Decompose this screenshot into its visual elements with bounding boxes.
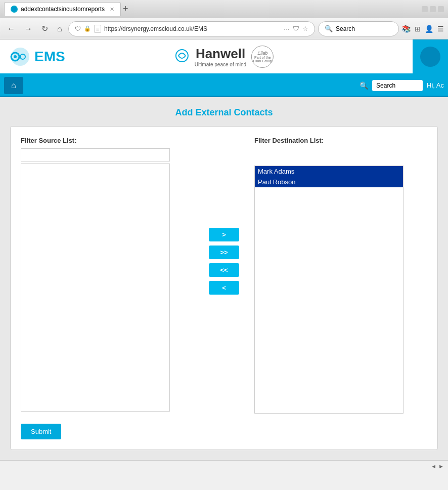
close-button[interactable]: [438, 6, 444, 12]
user-avatar[interactable]: [413, 39, 448, 73]
ems-logo-text: EMS: [34, 49, 65, 65]
submit-area: Submit: [21, 424, 427, 439]
move-all-right-button[interactable]: >>: [209, 246, 239, 259]
home-nav-button[interactable]: ⌂: [54, 22, 65, 35]
bookmark-icon[interactable]: ☆: [302, 25, 308, 32]
nav-greeting: Hi, Ac: [427, 81, 444, 89]
nav-bar: ⌂ 🔍 Hi, Ac: [0, 75, 448, 97]
ellab-group-text: Ellab Group: [253, 59, 272, 63]
ellab-logo-text: Ellab: [257, 51, 267, 56]
home-button[interactable]: ⌂: [4, 77, 23, 94]
tab-close-button[interactable]: ✕: [110, 6, 114, 13]
browser-search-box[interactable]: 🔍: [318, 21, 399, 36]
svg-point-0: [12, 7, 17, 12]
minimize-button[interactable]: [422, 6, 428, 12]
tabs-icon[interactable]: ⊞: [415, 25, 421, 33]
page-title: Add External Contacts: [10, 107, 438, 118]
nav-search-icon: 🔍: [360, 81, 368, 90]
destination-list-section: Filter Destination List: Mark Adams Paul…: [254, 137, 427, 414]
hanwell-logo: Hanwell Ultimate peace of mind Ellab Par…: [174, 46, 274, 68]
avatar-image: [420, 47, 440, 67]
nav-search-input[interactable]: [372, 80, 423, 91]
hanwell-icon: [174, 48, 190, 63]
new-tab-button[interactable]: +: [123, 4, 128, 14]
destination-list-label: Filter Destination List:: [254, 137, 427, 144]
ellab-badge: Ellab Part of the Ellab Group: [251, 46, 274, 68]
url-display: https://drsynergy.emscloud.co.uk/EMS: [104, 25, 281, 32]
ems-logo: EMS: [10, 47, 65, 67]
destination-list-box[interactable]: Mark Adams Paul Robson: [254, 166, 404, 414]
browser-toolbar-icons: 📚 ⊞ 👤 ☰: [402, 25, 444, 33]
bookmarks-icon[interactable]: 📚: [402, 25, 411, 33]
back-button[interactable]: ←: [4, 22, 18, 35]
refresh-button[interactable]: ↻: [38, 22, 51, 35]
source-filter-input[interactable]: [21, 148, 170, 161]
page-content: Add External Contacts Filter Source List…: [0, 97, 448, 460]
list-item[interactable]: Paul Robson: [255, 177, 403, 187]
lists-container: Filter Source List: > >> << < Filter Des…: [21, 137, 427, 414]
browser-search-input[interactable]: [336, 25, 386, 32]
account-icon[interactable]: 👤: [425, 25, 433, 33]
move-all-left-button[interactable]: <<: [209, 263, 239, 277]
source-list-section: Filter Source List:: [21, 137, 194, 412]
scroll-right-arrow[interactable]: ►: [438, 463, 444, 469]
menu-icon[interactable]: ☰: [437, 25, 444, 33]
hanwell-tagline: Ultimate peace of mind: [195, 62, 246, 67]
main-panel: Filter Source List: > >> << < Filter Des…: [10, 126, 438, 450]
search-icon: 🔍: [325, 25, 333, 32]
transfer-buttons: > >> << <: [204, 137, 244, 295]
svg-point-5: [176, 50, 188, 62]
app-header: EMS Hanwell Ultimate peace of mind Ellab…: [0, 39, 448, 75]
lock-icon: 🔒: [84, 25, 91, 32]
shield-icon: 🛡: [75, 25, 81, 32]
move-left-button[interactable]: <: [209, 281, 239, 295]
browser-titlebar: addextcontactsincustomreports ✕ +: [0, 0, 448, 18]
move-right-button[interactable]: >: [209, 228, 239, 241]
source-list-box[interactable]: [21, 164, 170, 412]
list-item[interactable]: Mark Adams: [255, 166, 403, 177]
browser-tab[interactable]: addextcontactsincustomreports ✕: [4, 2, 121, 16]
status-bar: ◄ ►: [0, 460, 448, 471]
part-of-text: Part of the: [254, 56, 271, 59]
submit-button[interactable]: Submit: [21, 424, 61, 439]
more-options-icon[interactable]: ···: [284, 25, 290, 33]
maximize-button[interactable]: [430, 6, 436, 12]
tab-favicon: [11, 6, 18, 13]
forward-button[interactable]: →: [21, 22, 35, 35]
hanwell-name: Hanwell: [195, 46, 246, 62]
scroll-left-arrow[interactable]: ◄: [431, 463, 436, 469]
browser-toolbar: ← → ↻ ⌂ 🛡 🔒 ≡ https://drsynergy.emscloud…: [0, 18, 448, 39]
ems-icon: [10, 47, 30, 67]
address-bar[interactable]: 🛡 🔒 ≡ https://drsynergy.emscloud.co.uk/E…: [68, 21, 315, 36]
svg-point-4: [14, 55, 17, 58]
nav-search-area: 🔍 Hi, Ac: [360, 80, 444, 91]
source-list-label: Filter Source List:: [21, 137, 194, 144]
security-badge: ≡: [94, 25, 101, 33]
tab-title: addextcontactsincustomreports: [21, 6, 105, 13]
shield-verify-icon: 🛡: [293, 25, 299, 32]
